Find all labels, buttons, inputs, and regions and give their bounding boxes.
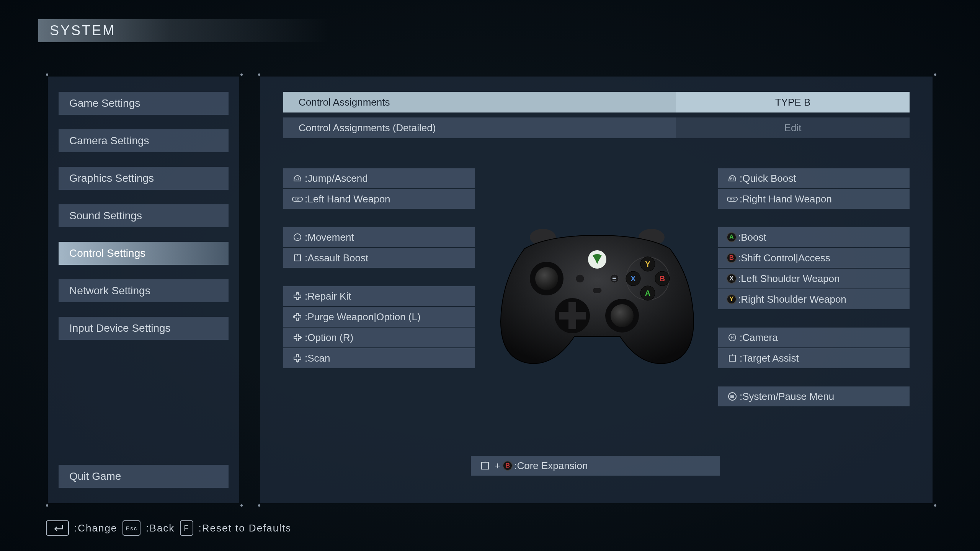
binding-option-r: :Option (R)	[283, 328, 475, 347]
binding-scan: :Scan	[283, 348, 475, 368]
binding-label: :Jump/Ascend	[305, 173, 368, 184]
b-icon: B	[727, 253, 737, 263]
svg-text:Y: Y	[645, 260, 650, 268]
esc-key-icon: Esc	[122, 520, 140, 536]
sidebar: Game SettingsCamera SettingsGraphics Set…	[48, 77, 239, 503]
binding-label: :Movement	[305, 231, 354, 243]
binding-core-expansion: + B :Core Expansion	[471, 456, 720, 476]
binding-label: :Left Shoulder Weapon	[738, 273, 840, 285]
b-button-icon: B	[503, 461, 513, 471]
svg-point-12	[611, 304, 634, 327]
binding-core-expansion-label: :Core Expansion	[514, 460, 588, 472]
svg-rect-8	[593, 288, 602, 293]
l3-icon	[479, 460, 491, 471]
l3-icon	[292, 252, 303, 264]
enter-key-icon	[46, 520, 69, 536]
x-icon: X	[727, 274, 737, 284]
binding-purge-weapon-option-l: :Purge Weapon|Option (L)	[283, 307, 475, 327]
r3-icon	[727, 352, 738, 364]
svg-text:X: X	[630, 274, 636, 283]
binding-quick-boost: RT:Quick Boost	[718, 168, 910, 188]
sidebar-item-label: Network Settings	[69, 285, 150, 297]
binding-label: :Camera	[740, 332, 778, 344]
binding-right-shoulder-weapon: Y:Right Shoulder Weapon	[718, 289, 910, 309]
binding-label: :Purge Weapon|Option (L)	[305, 311, 421, 323]
binding-label: :Boost	[738, 231, 766, 243]
svg-text:RT: RT	[730, 177, 735, 181]
binding-right-hand-weapon: RB:Right Hand Weapon	[718, 189, 910, 209]
sidebar-item-label: Camera Settings	[69, 135, 149, 147]
sidebar-item-sound-settings[interactable]: Sound Settings	[59, 204, 229, 227]
sidebar-item-label: Sound Settings	[69, 210, 142, 222]
sidebar-item-camera-settings[interactable]: Camera Settings	[59, 129, 229, 152]
binding-label: :Repair Kit	[305, 290, 351, 302]
svg-point-30	[297, 292, 299, 294]
binding-label: :Right Hand Weapon	[740, 193, 832, 205]
svg-text:L: L	[296, 235, 299, 240]
sidebar-item-graphics-settings[interactable]: Graphics Settings	[59, 167, 229, 190]
sidebar-item-game-settings[interactable]: Game Settings	[59, 92, 229, 115]
sidebar-item-label: Graphics Settings	[69, 172, 154, 184]
sidebar-item-control-settings[interactable]: Control Settings	[59, 242, 229, 265]
binding-label: :Left Hand Weapon	[305, 193, 390, 205]
binding-label: :Right Shoulder Weapon	[738, 293, 846, 305]
binding-movement: L:Movement	[283, 227, 475, 247]
control-assignments-value: TYPE B	[775, 96, 810, 108]
svg-point-33	[297, 361, 299, 363]
control-assignments-row[interactable]: Control Assignments TYPE B	[283, 92, 910, 112]
rb-icon: RB	[727, 193, 738, 205]
binding-shift-control-access: B:Shift Control|Access	[718, 248, 910, 268]
menu-icon	[727, 391, 738, 402]
svg-rect-39	[729, 355, 735, 361]
svg-rect-28	[294, 255, 301, 261]
binding-label: :Shift Control|Access	[738, 252, 830, 264]
footer-hints: :Change Esc :Back F :Reset to Defaults	[46, 520, 291, 536]
rs-icon: R	[727, 332, 738, 343]
svg-point-10	[535, 267, 558, 290]
dpad-down-icon	[292, 352, 303, 364]
svg-point-3	[576, 274, 584, 283]
lb-icon: LB	[292, 193, 303, 205]
svg-text:LT: LT	[296, 177, 299, 181]
rt-icon: RT	[727, 173, 738, 184]
svg-text:RB: RB	[730, 197, 735, 201]
binding-left-hand-weapon: LB:Left Hand Weapon	[283, 189, 475, 209]
ls-icon: L	[292, 231, 303, 243]
binding-jump-ascend: LT:Jump/Ascend	[283, 168, 475, 188]
a-icon: A	[727, 232, 737, 242]
dpad-left-icon	[292, 311, 303, 323]
quit-game-label: Quit Game	[69, 470, 121, 483]
dpad-right-icon	[292, 332, 303, 343]
binding-boost: A:Boost	[718, 227, 910, 247]
svg-text:R: R	[731, 336, 733, 340]
control-assignments-detailed-label: Control Assignments (Detailed)	[299, 122, 436, 134]
hint-change: :Change	[74, 522, 117, 534]
svg-point-31	[293, 316, 295, 318]
sidebar-item-label: Control Settings	[69, 247, 145, 259]
binding-camera: R:Camera	[718, 328, 910, 347]
controller-diagram: Y A X B LT:Jump/AscendLB:Left Hand Weapo…	[283, 168, 910, 492]
binding-label: :Target Assist	[740, 352, 799, 364]
sidebar-item-input-device-settings[interactable]: Input Device Settings	[59, 317, 229, 340]
controller-image: Y A X B	[494, 222, 701, 367]
dpad-up-icon	[292, 290, 303, 302]
binding-label: :Assault Boost	[305, 252, 368, 264]
svg-text:B: B	[660, 274, 665, 283]
control-assignments-detailed-value: Edit	[784, 122, 802, 134]
svg-point-32	[300, 337, 302, 339]
svg-text:LB: LB	[295, 197, 299, 201]
hint-back: :Back	[146, 522, 175, 534]
hint-reset: :Reset to Defaults	[199, 522, 292, 534]
binding-label: :Quick Boost	[740, 173, 796, 184]
lt-icon: LT	[292, 173, 303, 184]
control-assignments-detailed-row[interactable]: Control Assignments (Detailed) Edit	[283, 117, 910, 138]
sidebar-item-network-settings[interactable]: Network Settings	[59, 279, 229, 302]
sidebar-item-label: Game Settings	[69, 97, 140, 109]
binding-label: :Scan	[305, 352, 330, 364]
binding-label: :System/Pause Menu	[740, 391, 834, 403]
page-header: SYSTEM	[38, 19, 329, 42]
binding-label: :Option (R)	[305, 332, 353, 344]
quit-game-button[interactable]: Quit Game	[59, 465, 229, 488]
binding-repair-kit: :Repair Kit	[283, 286, 475, 306]
binding-left-shoulder-weapon: X:Left Shoulder Weapon	[718, 269, 910, 289]
